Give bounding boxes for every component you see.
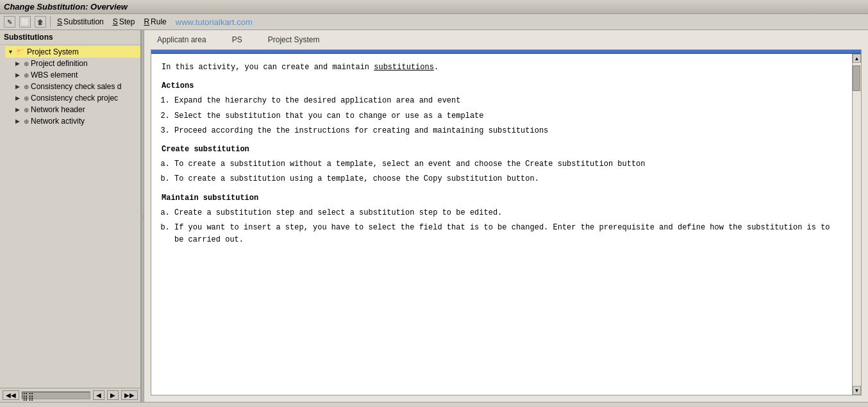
create-item-2: To create a substitution using a templat… xyxy=(174,173,842,185)
tree-toggle-na[interactable]: ▶ xyxy=(15,118,22,124)
scrollbar-up-arrow[interactable]: ▲ xyxy=(853,54,861,63)
left-panel-title: Substitutions xyxy=(0,30,140,45)
tree-item-project-system[interactable]: ▼ 📁 Project System xyxy=(5,46,140,58)
left-panel: Substitutions ▼ 📁 Project System ▶ ⊕ Pro… xyxy=(0,30,141,402)
scrollbar-down-arrow[interactable]: ▼ xyxy=(853,386,861,395)
scrollbar-thumb-v[interactable] xyxy=(853,65,860,91)
horizontal-scrollbar[interactable]: ⣿⣿ xyxy=(22,392,90,399)
window-title: Change Substitution: Overview xyxy=(4,2,128,12)
tree-container[interactable]: ▼ 📁 Project System ▶ ⊕ Project definitio… xyxy=(0,45,140,388)
tree-toggle-root[interactable]: ▼ xyxy=(8,49,14,55)
scrollbar-track[interactable] xyxy=(853,63,861,386)
maintain-list: Create a substitution step and select a … xyxy=(162,207,842,247)
content-area: In this activity, you can create and mai… xyxy=(151,49,862,395)
tree-label-network-header: Network header xyxy=(31,105,85,114)
clock-icon-cp: ⊕ xyxy=(24,95,29,102)
maintain-title: Maintain substitution xyxy=(162,192,842,204)
step-menu[interactable]: SStep xyxy=(110,17,138,27)
clock-icon-pd: ⊕ xyxy=(24,60,29,67)
tree-label-project-system: Project System xyxy=(27,47,79,56)
action-item-2: Select the substitution that you can to … xyxy=(174,110,842,122)
tree-toggle-cp[interactable]: ▶ xyxy=(15,95,22,101)
tree-toggle-wbs[interactable]: ▶ xyxy=(15,72,22,78)
tree-label-consistency-sales: Consistency check sales d xyxy=(31,82,121,91)
nav-next-button[interactable]: ▶ xyxy=(107,390,119,400)
action-item-1: Expand the hierarchy to the desired appl… xyxy=(174,95,842,107)
edit-icon[interactable]: ✎ xyxy=(4,16,15,28)
maintain-item-2: If you want to insert a step, you have t… xyxy=(174,222,842,246)
tree-item-wbs-element[interactable]: ▶ ⊕ WBS element xyxy=(13,69,140,81)
action-item-3: Proceed according the the instructions f… xyxy=(174,125,842,137)
delete-icon[interactable]: 🗑 xyxy=(35,16,46,28)
clock-icon-cs: ⊕ xyxy=(24,83,29,90)
tree-item-consistency-project[interactable]: ▶ ⊕ Consistency check projec xyxy=(13,92,140,104)
app-area-project-system: Project System xyxy=(268,35,320,44)
watermark: www.tutorialkart.com xyxy=(176,17,253,27)
substitution-menu[interactable]: SSubstitution xyxy=(54,17,106,27)
nav-first-button[interactable]: ◀◀ xyxy=(3,390,19,400)
tree-toggle-nh[interactable]: ▶ xyxy=(15,106,22,113)
intro-link: substitutions xyxy=(374,63,434,72)
tree-item-network-activity[interactable]: ▶ ⊕ Network activity xyxy=(13,115,140,127)
clock-icon-wbs: ⊕ xyxy=(24,72,29,79)
bottom-bar xyxy=(0,402,868,407)
tree-item-network-header[interactable]: ▶ ⊕ Network header xyxy=(13,104,140,115)
actions-title: Actions xyxy=(162,80,842,92)
toolbar: ✎ ⬜ 🗑 SSubstitution SStep RRule www.tuto… xyxy=(0,14,868,30)
title-bar: Change Substitution: Overview xyxy=(0,0,868,14)
nav-last-button[interactable]: ▶▶ xyxy=(121,390,138,400)
left-panel-bottom: ◀◀ ⣿⣿ ◀ ▶ ▶▶ xyxy=(0,388,140,402)
app-area-label: Applicatn area xyxy=(157,35,206,44)
main-layout: Substitutions ▼ 📁 Project System ▶ ⊕ Pro… xyxy=(0,30,868,402)
tree-label-network-activity: Network activity xyxy=(31,117,85,126)
tree-toggle-cs[interactable]: ▶ xyxy=(15,83,22,90)
tree-label-consistency-project: Consistency check projec xyxy=(31,94,118,103)
app-area-ps: PS xyxy=(232,35,242,44)
right-panel: Applicatn area PS Project System In this… xyxy=(144,30,868,402)
maintain-item-1: Create a substitution step and select a … xyxy=(174,207,842,219)
tree-item-consistency-sales[interactable]: ▶ ⊕ Consistency check sales d xyxy=(13,81,140,92)
clock-icon-nh: ⊕ xyxy=(24,106,29,113)
intro-text: In this activity, you can create and mai… xyxy=(162,63,369,72)
content-body: In this activity, you can create and mai… xyxy=(151,54,861,395)
content-scrollbar[interactable]: ▲ ▼ xyxy=(852,54,861,395)
tree-toggle-pd[interactable]: ▶ xyxy=(15,60,22,67)
nav-prev-button[interactable]: ◀ xyxy=(93,390,104,400)
app-area-bar: Applicatn area PS Project System xyxy=(144,30,868,49)
tree-label-wbs-element: WBS element xyxy=(31,71,78,79)
tree-label-project-definition: Project definition xyxy=(31,59,88,68)
actions-list: Expand the hierarchy to the desired appl… xyxy=(162,95,842,137)
content-text[interactable]: In this activity, you can create and mai… xyxy=(151,54,852,395)
tree-item-project-definition[interactable]: ▶ ⊕ Project definition xyxy=(13,58,140,69)
create-title: Create substitution xyxy=(162,144,842,156)
folder-icon-root: 📁 xyxy=(16,48,25,56)
clock-icon-na: ⊕ xyxy=(24,118,29,125)
rule-menu[interactable]: RRule xyxy=(141,17,169,27)
copy-icon[interactable]: ⬜ xyxy=(19,16,31,28)
create-list: To create a substitution without a templ… xyxy=(162,158,842,185)
create-item-1: To create a substitution without a templ… xyxy=(174,158,842,170)
toolbar-separator-1 xyxy=(50,16,51,28)
